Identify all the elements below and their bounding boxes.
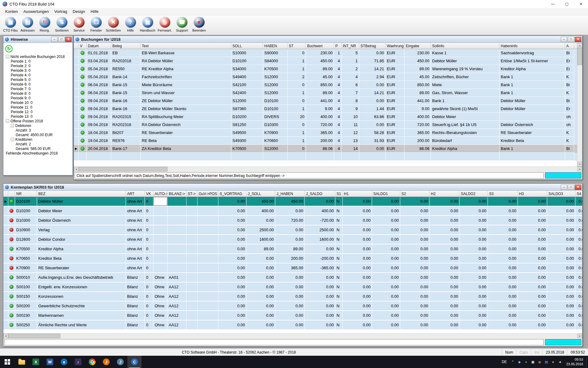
refresh-button[interactable]: ↻: [5, 45, 13, 52]
cell-j_haben[interactable]: 0.00: [275, 311, 305, 320]
cell-bilanz->[interactable]: [168, 244, 187, 254]
tree-item[interactable]: -Kreditoren: [5, 137, 71, 142]
cell-h2[interactable]: 0.00: [430, 206, 460, 216]
column-header-s1[interactable]: S1: [335, 191, 343, 197]
cell-s3[interactable]: 0.00: [488, 301, 518, 311]
cell-beleg[interactable]: RA202316: [111, 121, 141, 129]
cell-waehrung[interactable]: EUR: [386, 57, 405, 65]
cell-s2[interactable]: 0.00: [400, 216, 430, 225]
cell-buchwert[interactable]: 89.00: [306, 89, 334, 97]
cell-saldo2[interactable]: 0.00: [460, 225, 488, 235]
cell-sollinfo[interactable]: Kasse 1: [431, 49, 499, 57]
cell-vk[interactable]: 0: [145, 320, 153, 330]
cell-s_vortrag[interactable]: 0.00: [218, 254, 247, 263]
cell-eingabe[interactable]: 45.00: [405, 73, 431, 81]
scroll-left-icon[interactable]: ◄: [74, 167, 79, 171]
cell-eingabe[interactable]: 441.00: [405, 97, 431, 105]
menu-item-auswertungen[interactable]: Auswertungen: [21, 8, 51, 15]
table-row[interactable]: D10200Debitor Meierohne Art00.00400.000.…: [3, 206, 582, 216]
cell-bez[interactable]: Ähnliche Rechte und Werte: [37, 320, 126, 330]
cell-s3[interactable]: 0.00: [488, 263, 518, 273]
fernwartung-button[interactable]: ◎Fernwart.: [156, 16, 173, 32]
cell-stbetrag[interactable]: 0.00: [359, 97, 386, 105]
tree-item[interactable]: Periode 7: 0: [5, 86, 71, 91]
cell-buchwert[interactable]: 365.00: [306, 129, 334, 137]
column-header-v[interactable]: V: [79, 43, 87, 49]
cell-auto->[interactable]: Ohne: [153, 282, 168, 292]
cell-st[interactable]: 2: [288, 73, 306, 81]
cell-j_soll[interactable]: 450.00: [247, 197, 275, 206]
cell-j_haben[interactable]: 0.00: [275, 282, 305, 292]
column-header-beleg[interactable]: Beleg: [111, 43, 141, 49]
cell-sollinfo[interactable]: Debitor Müller: [431, 57, 499, 65]
cell-buchwert[interactable]: 450.00: [306, 57, 334, 65]
hinweise-titlebar[interactable]: Hinweise – □ ✕: [3, 36, 73, 43]
close-button[interactable]: ✕: [575, 37, 581, 42]
beenden-button[interactable]: ■Beenden: [190, 16, 208, 32]
cell-art[interactable]: Bilanz: [126, 292, 145, 301]
cell-st[interactable]: 20: [288, 113, 306, 121]
search-field[interactable]: [545, 172, 581, 178]
table-row[interactable]: ▶20.04.2018Bank-17ZA Kreditor BetaK70500…: [74, 145, 577, 153]
cell-soll[interactable]: S12000: [231, 97, 263, 105]
cell-saldo3[interactable]: 0.00: [547, 197, 575, 206]
cell-auto->[interactable]: [153, 206, 168, 216]
table-row[interactable]: S00230MarkennamenBilanz0OhneAA120.000.00…: [3, 311, 582, 320]
cell-st->[interactable]: [187, 292, 198, 301]
cell-s1[interactable]: N: [335, 282, 343, 292]
cell-auto->[interactable]: Ohne: [153, 292, 168, 301]
cell-h3[interactable]: 0.00: [518, 235, 547, 244]
search-field[interactable]: [545, 339, 581, 345]
cell-datum[interactable]: 09.04.2018: [87, 105, 111, 113]
cell-j_haben[interactable]: 0.00: [275, 292, 305, 301]
cell-beleg[interactable]: Bank-17: [111, 145, 141, 153]
cell-saldo1[interactable]: 0.00: [372, 254, 400, 263]
cell-s2[interactable]: 0.00: [400, 235, 430, 244]
cell-j_saldo[interactable]: 1600.00: [305, 235, 335, 244]
table-row[interactable]: S00100Entgeltl. erw. KonzessionenBilanz0…: [3, 282, 582, 292]
cell-s3[interactable]: 0.00: [488, 216, 518, 225]
cell-st->[interactable]: [187, 311, 198, 320]
cell-h1[interactable]: 0.00: [343, 311, 372, 320]
cell-beleg[interactable]: RA202315: [111, 113, 141, 121]
scrollbar-thumb[interactable]: [8, 334, 60, 338]
cell-sollinfo[interactable]: Bürobedarf: [431, 137, 499, 145]
cell-art[interactable]: ohne Art: [126, 216, 145, 225]
taskbar-media-button[interactable]: ♪: [71, 356, 85, 368]
cell-st->[interactable]: [187, 235, 198, 244]
cell-st[interactable]: 0: [288, 81, 306, 89]
cell-haben[interactable]: D10100: [263, 105, 288, 113]
cell-p[interactable]: 4: [334, 113, 341, 121]
cell-buchwert[interactable]: 720.00: [306, 121, 334, 129]
column-header-st[interactable]: ST: [288, 43, 306, 49]
cell-saldo1[interactable]: 0.00: [372, 273, 400, 282]
cell-h1[interactable]: 0.00: [343, 292, 372, 301]
cell-s4[interactable]: 0.00: [575, 235, 582, 244]
tree-item[interactable]: -Debitoren: [5, 123, 71, 128]
tree-expander-icon[interactable]: -: [11, 124, 14, 127]
cell-haben[interactable]: K70500: [263, 65, 288, 73]
cell-buchwert[interactable]: 230.00: [306, 49, 334, 57]
cell-s_vortrag[interactable]: 0.00: [218, 282, 247, 292]
column-header-saldo2[interactable]: SALDO2: [460, 191, 488, 197]
cell-stbetrag[interactable]: 14.21: [359, 65, 386, 73]
column-header-guv->pos[interactable]: GuV->POS: [198, 191, 218, 197]
cell-s4[interactable]: 0.00: [575, 254, 582, 263]
cell-haben[interactable]: S84000: [263, 57, 288, 65]
tree-item[interactable]: Gesamt: 4500.00 EUR: [5, 132, 71, 137]
cell-j_soll[interactable]: 89.00: [247, 244, 275, 254]
cell-bilanz->[interactable]: [168, 263, 187, 273]
cell-art[interactable]: ohne Art: [126, 197, 145, 206]
cell-sollinfo[interactable]: Steuerfr.ig.Lief. §4 1b US: [431, 121, 499, 129]
cell-p[interactable]: 4: [334, 73, 341, 81]
cell-text[interactable]: RA Debitor Österreich: [141, 121, 231, 129]
cell-s4[interactable]: 0.00: [575, 216, 582, 225]
cell-waehrung[interactable]: EUR: [386, 81, 405, 89]
tree-item[interactable]: Anzahl: 3: [5, 128, 71, 132]
cell-st[interactable]: 1: [288, 105, 306, 113]
cell-stbetrag[interactable]: 0.00: [359, 121, 386, 129]
cell-art[interactable]: ohne Art: [126, 244, 145, 254]
cell-saldo2[interactable]: 0.00: [460, 320, 488, 330]
cell-saldo1[interactable]: 0.00: [372, 282, 400, 292]
cell-habeninfo[interactable]: Debitor Müller: [499, 105, 565, 113]
